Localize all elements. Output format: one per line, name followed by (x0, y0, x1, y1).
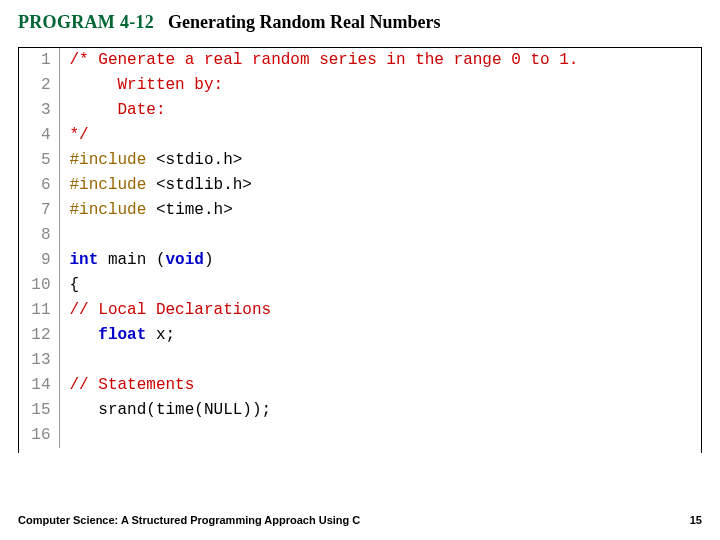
code-cell (59, 423, 701, 448)
program-title: Generating Random Real Numbers (168, 12, 441, 32)
code-line: 2 Written by: (19, 73, 701, 98)
code-token: <stdio.h> (156, 151, 242, 169)
code-token: // Statements (70, 376, 195, 394)
code-cell: int main (void) (59, 248, 701, 273)
code-token: Date: (70, 101, 166, 119)
line-number: 15 (19, 398, 59, 423)
line-number: 10 (19, 273, 59, 298)
code-token: <time.h> (156, 201, 233, 219)
code-line: 6#include <stdlib.h> (19, 173, 701, 198)
line-number: 1 (19, 48, 59, 73)
line-number: 8 (19, 223, 59, 248)
code-token: int (70, 251, 108, 269)
code-token: { (70, 276, 80, 294)
code-token: #include (70, 151, 156, 169)
code-line: 4*/ (19, 123, 701, 148)
code-cell: */ (59, 123, 701, 148)
line-number: 16 (19, 423, 59, 448)
code-cell: Written by: (59, 73, 701, 98)
code-cell: #include <stdlib.h> (59, 173, 701, 198)
code-token: Written by: (70, 76, 224, 94)
code-listing: 1/* Generate a real random series in the… (19, 48, 701, 448)
program-label: PROGRAM 4-12 (18, 12, 154, 32)
code-token (70, 326, 99, 344)
line-number: 11 (19, 298, 59, 323)
code-cell: /* Generate a real random series in the … (59, 48, 701, 73)
code-line: 13 (19, 348, 701, 373)
code-cell: // Local Declarations (59, 298, 701, 323)
code-token: // Local Declarations (70, 301, 272, 319)
code-line: 8 (19, 223, 701, 248)
code-line: 3 Date: (19, 98, 701, 123)
line-number: 9 (19, 248, 59, 273)
code-line: 11// Local Declarations (19, 298, 701, 323)
code-frame: 1/* Generate a real random series in the… (18, 47, 702, 453)
code-cell: srand(time(NULL)); (59, 398, 701, 423)
code-cell: float x; (59, 323, 701, 348)
line-number: 3 (19, 98, 59, 123)
code-line: 1/* Generate a real random series in the… (19, 48, 701, 73)
code-line: 16 (19, 423, 701, 448)
slide-header: PROGRAM 4-12 Generating Random Real Numb… (0, 0, 720, 39)
line-number: 4 (19, 123, 59, 148)
code-cell (59, 348, 701, 373)
code-line: 14// Statements (19, 373, 701, 398)
line-number: 2 (19, 73, 59, 98)
code-token: main ( (108, 251, 166, 269)
line-number: 14 (19, 373, 59, 398)
code-line: 7#include <time.h> (19, 198, 701, 223)
code-line: 15 srand(time(NULL)); (19, 398, 701, 423)
code-token: <stdlib.h> (156, 176, 252, 194)
code-token: /* Generate a real random series in the … (70, 51, 579, 69)
code-token: */ (70, 126, 89, 144)
line-number: 13 (19, 348, 59, 373)
code-token: float (98, 326, 156, 344)
code-cell: Date: (59, 98, 701, 123)
line-number: 12 (19, 323, 59, 348)
code-cell (59, 223, 701, 248)
code-cell: // Statements (59, 373, 701, 398)
code-cell: #include <stdio.h> (59, 148, 701, 173)
code-line: 10{ (19, 273, 701, 298)
code-token: srand(time(NULL)); (70, 401, 272, 419)
code-cell: #include <time.h> (59, 198, 701, 223)
code-cell: { (59, 273, 701, 298)
code-token: x; (156, 326, 175, 344)
slide-footer: Computer Science: A Structured Programmi… (18, 514, 702, 526)
footer-text: Computer Science: A Structured Programmi… (18, 514, 360, 526)
code-token: ) (204, 251, 214, 269)
page-number: 15 (690, 514, 702, 526)
code-token: #include (70, 176, 156, 194)
line-number: 5 (19, 148, 59, 173)
code-line: 9int main (void) (19, 248, 701, 273)
code-token: void (166, 251, 204, 269)
code-line: 5#include <stdio.h> (19, 148, 701, 173)
code-token: #include (70, 201, 156, 219)
code-line: 12 float x; (19, 323, 701, 348)
line-number: 6 (19, 173, 59, 198)
line-number: 7 (19, 198, 59, 223)
